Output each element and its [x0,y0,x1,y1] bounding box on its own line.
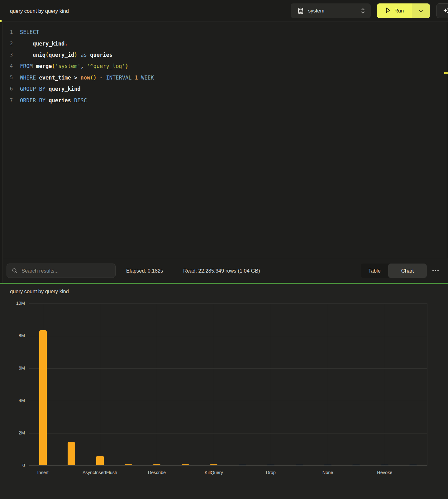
query-title: query count by query kind [10,0,69,22]
bar-Describe [153,464,160,465]
sparkles-icon [442,7,448,15]
x-axis-label: KillQuery [205,470,223,475]
bar-unlabeled [182,464,189,465]
bar-unlabeled [68,442,75,465]
bar-Drop [267,465,274,465]
x-axis-label: Insert [37,470,49,475]
database-selector[interactable]: system [291,3,371,18]
line-number: 1 [3,29,13,35]
database-selector-value: system [308,8,324,14]
search-box[interactable] [7,264,116,278]
view-toggle: Table Chart [361,264,427,278]
bar-chart-plot [29,303,427,466]
sql-console: query count by query kind system [0,0,448,499]
bar-Revoke [381,465,388,465]
bar-KillQuery [210,464,217,465]
bar-AsyncInsertFlush [96,456,104,465]
y-axis-label: 10M [7,301,25,306]
dots-icon [432,270,434,271]
gridline [29,303,427,304]
y-axis-label: 6M [7,366,25,371]
code-line: 6GROUP BY query_kind [3,83,447,94]
line-number: 3 [3,52,13,58]
bar-unlabeled [125,464,132,465]
editor-scrollbar-track[interactable] [447,22,448,258]
gridline [100,303,100,466]
search-icon [12,268,18,274]
y-axis-label: 4M [7,398,25,403]
code-line: 3 uniq(query_id) as queries [3,49,447,61]
gridline [29,368,427,369]
x-axis-label: Revoke [377,470,392,475]
gridline [214,303,214,466]
editor-scrollbar-marker [444,72,448,74]
code-line: 2 query_kind, [3,38,447,49]
left-edge-marker [0,20,2,22]
gridline [29,401,427,401]
elapsed-stat: Elapsed: 0.182s [126,258,163,283]
code-line: 1SELECT [3,27,447,38]
line-number: 7 [3,98,13,103]
gridline [29,336,427,336]
run-split-button: Run [377,3,430,18]
line-number: 5 [3,75,13,80]
chart-panel: query count by query kind 10M8M6M4M2M0 I… [0,284,448,499]
line-number: 2 [3,41,13,46]
gridline [427,303,427,466]
database-icon [298,7,304,14]
y-axis-label: 0 [7,463,25,468]
bar-Insert [39,330,47,465]
y-axis-label: 8M [7,333,25,338]
ai-assist-button[interactable] [436,3,448,18]
gridline [29,433,427,434]
chevron-down-icon [419,8,423,14]
bar-unlabeled [296,465,303,465]
chart-title: query count by query kind [10,288,69,294]
header: query count by query kind system [0,0,448,22]
line-number: 6 [3,86,13,92]
line-number: 4 [3,63,13,69]
code-line: 4FROM merge('system', '^query_log') [3,61,447,72]
chevron-updown-icon [361,8,365,14]
x-axis-label: AsyncInsertFlush [83,470,117,475]
x-axis-label: Drop [266,470,275,475]
gridline [385,303,385,466]
tab-table[interactable]: Table [361,264,388,278]
bar-unlabeled [352,465,360,465]
bar-unlabeled [239,465,246,465]
search-input[interactable] [21,268,109,274]
x-axis-label: None [322,470,333,475]
gridline [157,303,157,466]
x-axis-label: Describe [148,470,166,475]
run-button-label: Run [394,8,404,14]
play-icon [385,7,391,15]
y-axis-label: 2M [7,430,25,435]
tab-chart[interactable]: Chart [388,264,427,278]
gridline [328,303,328,466]
sql-editor[interactable]: 1SELECT2 query_kind,3 uniq(query_id) as … [3,22,447,258]
run-options-button[interactable] [412,3,430,18]
bar-unlabeled [409,465,417,465]
more-options-button[interactable] [430,267,441,274]
read-stat: Read: 22,285,349 rows (1.04 GB) [183,258,260,283]
code-line: 5WHERE event_time > now() - INTERVAL 1 W… [3,72,447,83]
bar-None [324,465,331,465]
results-toolbar: Elapsed: 0.182s Read: 22,285,349 rows (1… [3,258,448,283]
run-button[interactable]: Run [377,3,412,18]
gridline [271,303,271,466]
code-line: 7ORDER BY queries DESC [3,94,447,106]
editor-left-rail [0,22,3,283]
